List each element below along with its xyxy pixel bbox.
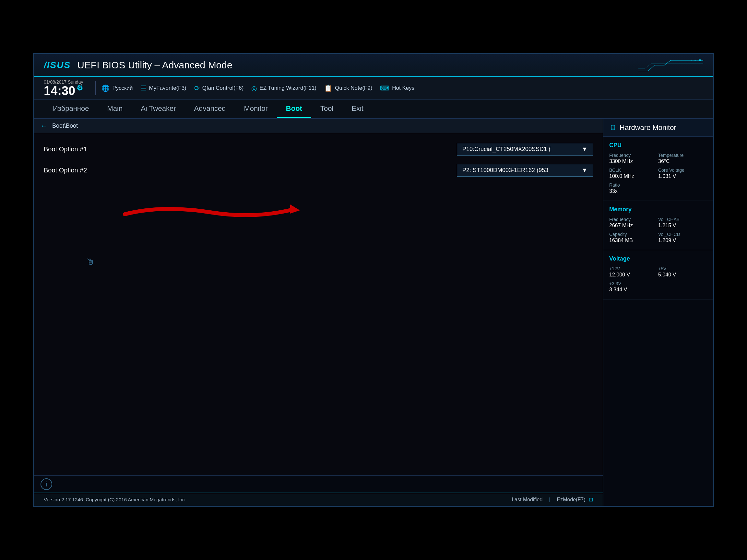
mem-frequency-value: 2667 MHz — [609, 223, 658, 229]
cpu-core-voltage-cell: Core Voltage 1.031 V — [658, 167, 707, 179]
bottom-bar: i — [34, 475, 603, 492]
voltage-12v-label: +12V — [609, 266, 658, 271]
mem-frequency-cell: Frequency 2667 MHz — [609, 217, 658, 229]
cpu-temperature-label: Temperature — [658, 153, 707, 158]
footer: Version 2.17.1246. Copyright (C) 2016 Am… — [34, 492, 603, 506]
top-header: /ISUS UEFI BIOS Utility – Advanced Mode — [34, 54, 713, 77]
voltage-5v-value: 5.040 V — [658, 272, 707, 278]
info-bar: 01/08/2017 Sunday 14:30⚙ 🌐 Русский ☰ MyF… — [34, 77, 713, 100]
voltage-12v-value: 12.000 V — [609, 272, 658, 278]
hardware-monitor-panel: 🖥 Hardware Monitor CPU Frequency 3300 MH… — [603, 119, 713, 506]
language-selector[interactable]: 🌐 Русский — [102, 84, 133, 92]
asus-logo: /ISUS — [44, 60, 71, 70]
mem-capacity-cell: Capacity 16384 MB — [609, 232, 658, 243]
mem-capacity-value: 16384 MB — [609, 238, 658, 243]
nav-boot[interactable]: Boot — [277, 100, 311, 118]
bios-screen: /ISUS UEFI BIOS Utility – Advanced Mode … — [33, 53, 714, 507]
cpu-frequency-label: Frequency — [609, 153, 658, 158]
myfavorite-button[interactable]: ☰ MyFavorite(F3) — [141, 84, 186, 92]
nav-main[interactable]: Main — [98, 100, 132, 118]
nav-ai-tweaker[interactable]: Ai Tweaker — [132, 100, 185, 118]
hw-monitor-header: 🖥 Hardware Monitor — [603, 119, 713, 137]
footer-right: Last Modified | EzMode(F7) ⊡ — [512, 497, 593, 503]
content-area: ← Boot\Boot Boot Option #1 P10:Crucial_C… — [34, 119, 603, 506]
cpu-frequency-cell: Frequency 3300 MHz — [609, 153, 658, 164]
cpu-temperature-value: 36°C — [658, 158, 707, 164]
main-area: ← Boot\Boot Boot Option #1 P10:Crucial_C… — [34, 119, 713, 506]
boot-options-panel: Boot Option #1 P10:Crucial_CT250MX200SSD… — [34, 133, 603, 475]
hot-keys-button[interactable]: ⌨ Hot Keys — [380, 84, 414, 92]
memory-section-title: Memory — [609, 206, 707, 213]
mem-volchab-label: Vol_CHAB — [658, 217, 707, 222]
svg-point-2 — [691, 60, 692, 61]
back-button[interactable]: ← — [41, 122, 47, 130]
note-icon: 📋 — [324, 84, 332, 92]
cpu-bclk-cell: BCLK 100.0 MHz — [609, 167, 658, 179]
boot-option-2-label: Boot Option #2 — [44, 166, 87, 174]
svg-point-1 — [694, 60, 696, 61]
svg-point-0 — [699, 59, 701, 61]
globe-icon: 🌐 — [102, 84, 110, 92]
datetime-block: 01/08/2017 Sunday 14:30⚙ — [44, 79, 83, 97]
corner-decoration — [638, 59, 703, 72]
red-arrow-annotation — [99, 198, 310, 224]
mem-volchab-cell: Vol_CHAB 1.215 V — [658, 217, 707, 229]
nav-monitor[interactable]: Monitor — [235, 100, 277, 118]
voltage-5v-label: +5V — [658, 266, 707, 271]
voltage-12v-cell: +12V 12.000 V — [609, 266, 658, 278]
last-modified-button[interactable]: Last Modified — [512, 497, 542, 503]
voltage-5v-cell: +5V 5.040 V — [658, 266, 707, 278]
ezmode-button[interactable]: EzMode(F7) ⊡ — [557, 497, 593, 503]
bios-title: UEFI BIOS Utility – Advanced Mode — [77, 60, 632, 71]
clock-icon: ⚙ — [77, 84, 83, 92]
info-icon: i — [41, 478, 52, 490]
mem-frequency-label: Frequency — [609, 217, 658, 222]
boot-option-1-select[interactable]: P10:Crucial_CT250MX200SSD1 ( ▼ — [457, 143, 593, 156]
cpu-bclk-voltage-row: BCLK 100.0 MHz Core Voltage 1.031 V — [609, 167, 707, 179]
nav-exit[interactable]: Exit — [342, 100, 372, 118]
mem-capacity-label: Capacity — [609, 232, 658, 237]
cpu-section: CPU Frequency 3300 MHz Temperature 36°C … — [603, 137, 713, 201]
footer-version: Version 2.17.1246. Copyright (C) 2016 Am… — [44, 497, 186, 502]
voltage-33v-row: +3.3V 3.344 V — [609, 281, 707, 293]
cpu-ratio-label: Ratio — [609, 183, 707, 188]
breadcrumb-path: Boot\Boot — [52, 123, 78, 129]
mem-volchcd-value: 1.209 V — [658, 238, 707, 243]
boot-option-2-row: Boot Option #2 P2: ST1000DM003-1ER162 (9… — [44, 164, 593, 177]
cpu-freq-temp-row: Frequency 3300 MHz Temperature 36°C — [609, 153, 707, 164]
cpu-frequency-value: 3300 MHz — [609, 158, 658, 164]
fan-icon: ⟳ — [194, 84, 200, 92]
mem-volchcd-cell: Vol_CHCD 1.209 V — [658, 232, 707, 243]
voltage-12v-5v-row: +12V 12.000 V +5V 5.040 V — [609, 266, 707, 278]
breadcrumb: ← Boot\Boot — [34, 119, 603, 133]
mem-volchcd-label: Vol_CHCD — [658, 232, 707, 237]
ez-tuning-button[interactable]: ◎ EZ Tuning Wizard(F11) — [251, 84, 316, 92]
cpu-core-voltage-label: Core Voltage — [658, 167, 707, 173]
wizard-icon: ◎ — [251, 84, 257, 92]
mouse-cursor-icon: 🖱 — [86, 256, 95, 267]
bookmark-icon: ☰ — [141, 84, 147, 92]
boot-option-1-row: Boot Option #1 P10:Crucial_CT250MX200SSD… — [44, 143, 593, 156]
keyboard-icon: ⌨ — [380, 84, 389, 92]
cpu-core-voltage-value: 1.031 V — [658, 174, 707, 179]
qfan-button[interactable]: ⟳ Qfan Control(F6) — [194, 84, 244, 92]
cpu-bclk-value: 100.0 MHz — [609, 174, 658, 179]
mem-volchab-value: 1.215 V — [658, 223, 707, 229]
boot-option-1-label: Boot Option #1 — [44, 145, 87, 153]
cpu-ratio-value: 33x — [609, 188, 707, 194]
nav-tool[interactable]: Tool — [311, 100, 342, 118]
nav-izbrannoye[interactable]: Избранное — [44, 100, 98, 118]
time-text: 14:30⚙ — [44, 85, 83, 97]
svg-marker-3 — [290, 205, 300, 214]
cpu-section-title: CPU — [609, 142, 707, 149]
nav-bar: Избранное Main Ai Tweaker Advanced Monit… — [34, 100, 713, 119]
dropdown-arrow-1: ▼ — [582, 146, 588, 153]
monitor-icon: 🖥 — [609, 124, 616, 132]
quick-note-button[interactable]: 📋 Quick Note(F9) — [324, 84, 372, 92]
nav-advanced[interactable]: Advanced — [185, 100, 235, 118]
ezmode-icon: ⊡ — [589, 497, 593, 502]
boot-option-2-select[interactable]: P2: ST1000DM003-1ER162 (953 ▼ — [457, 164, 593, 177]
hw-monitor-title: Hardware Monitor — [620, 124, 676, 132]
cpu-bclk-label: BCLK — [609, 167, 658, 173]
cpu-ratio-row: Ratio 33x — [609, 183, 707, 194]
